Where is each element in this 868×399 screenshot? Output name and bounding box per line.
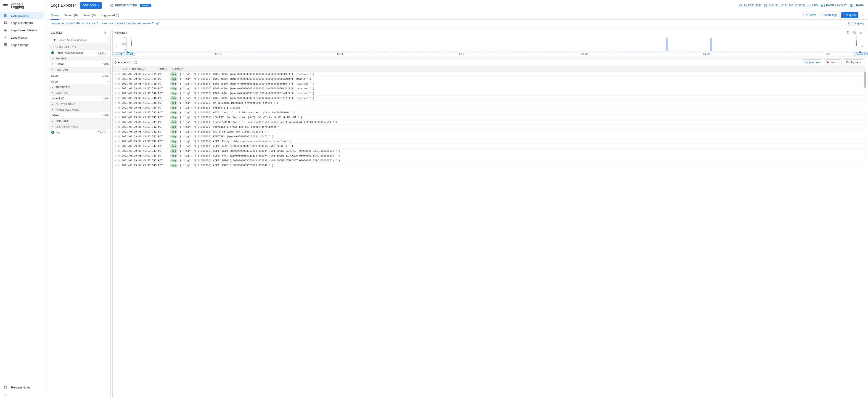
expand-row-icon[interactable] (114, 125, 118, 128)
log-row[interactable]: 2021-06-29 08:45:57.740 PDTlog{ "log": "… (113, 96, 866, 100)
expand-row-icon[interactable] (114, 145, 118, 147)
expand-query-button[interactable] (860, 12, 866, 19)
log-row[interactable]: 2021-06-29 08:45:57.742 PDTlog{ "log": "… (113, 139, 866, 144)
refine-scope-button[interactable]: REFINE SCOPE (110, 3, 137, 7)
lf-section-namespace-name[interactable]: NAMESPACE NAME (49, 107, 110, 113)
log-badge[interactable]: log (170, 92, 178, 95)
histogram-bar[interactable] (710, 38, 712, 51)
log-row[interactable]: 2021-06-29 08:45:57.742 PDTlog{ "log": "… (113, 144, 866, 149)
log-badge[interactable]: log (170, 101, 178, 105)
lf-row[interactable]: Kubernetes ContainerClear (49, 50, 110, 56)
log-badge[interactable]: log (170, 130, 178, 133)
expand-row-icon[interactable] (114, 159, 118, 162)
range-start-pill[interactable]: Jun 24, 11:00 AM (113, 53, 135, 56)
expand-row-icon[interactable] (114, 78, 118, 80)
scrollbar[interactable] (864, 72, 866, 88)
log-row[interactable]: 2021-06-29 08:45:57.739 PDTlog{ "log": "… (113, 81, 866, 86)
expand-row-icon[interactable] (114, 101, 118, 104)
col-summary[interactable]: SUMMARY (172, 68, 184, 70)
clear-field-chip[interactable]: Clear (96, 130, 108, 134)
log-fields-search-input[interactable] (58, 39, 106, 42)
log-badge[interactable]: log (170, 154, 178, 157)
page-layout-button[interactable]: PAGE LAYOUT (821, 4, 847, 7)
save-query-button[interactable]: Save (803, 12, 819, 18)
expand-row-icon[interactable] (114, 116, 118, 119)
log-row[interactable]: 2021-06-29 08:45:57.743 PDTlog{ "log": "… (113, 153, 866, 158)
log-badge[interactable]: log (170, 77, 178, 81)
log-badge[interactable]: log (170, 149, 178, 153)
log-badge[interactable]: log (170, 164, 178, 167)
log-badge[interactable]: log (170, 96, 178, 100)
timezone-selector[interactable]: PDT (159, 68, 167, 70)
histogram-bar[interactable] (666, 38, 668, 51)
log-badge[interactable]: log (170, 125, 178, 129)
zoom-out-button[interactable] (851, 29, 858, 36)
lf-section-location[interactable]: LOCATION (49, 90, 110, 95)
lf-section-log-name[interactable]: LOG NAME (49, 67, 110, 73)
lf-row[interactable]: default1,826 (49, 113, 110, 118)
log-badge[interactable]: log (170, 135, 178, 138)
log-row[interactable]: 2021-06-29 08:45:57.742 PDTlog{ "log": "… (113, 134, 866, 139)
sidebar-item-logs-storage[interactable]: Logs Storage (0, 41, 47, 49)
query-tab-query[interactable]: Query (51, 11, 59, 20)
release-notes-link[interactable]: Release Notes (0, 384, 47, 391)
expand-row-icon[interactable] (114, 140, 118, 143)
log-row[interactable]: 2021-06-29 08:45:57.740 PDTlog{ "log": "… (113, 100, 866, 105)
time-range-button[interactable]: 6/24/21, 12:41 PM - 6/30/21, 1:41 PM (764, 4, 818, 7)
expand-row-icon[interactable] (114, 97, 118, 99)
log-badge[interactable]: log (170, 116, 178, 119)
query-editor[interactable]: resource.type="k8s_container" resource.l… (47, 20, 868, 27)
expand-row-icon[interactable] (114, 135, 118, 138)
clear-field-chip[interactable]: Clear (96, 51, 108, 55)
log-row[interactable]: 2021-06-29 08:45:57.741 PDTlog{ "log": "… (113, 115, 866, 120)
expand-row-icon[interactable] (114, 111, 118, 114)
log-row[interactable]: 2021-06-29 08:45:57.742 PDTlog{ "log": "… (113, 129, 866, 134)
expand-row-icon[interactable] (114, 106, 118, 109)
log-row[interactable]: 2021-06-29 08:45:57.740 PDTlog{ "log": "… (113, 86, 866, 91)
lf-row[interactable]: stderr4 (49, 79, 110, 85)
range-end-pill[interactable]: Jun 30, 2:00 PM (854, 53, 868, 56)
expand-row-icon[interactable] (114, 130, 118, 133)
log-badge[interactable]: log (170, 106, 178, 110)
log-badge[interactable]: log (170, 111, 178, 114)
lf-row[interactable]: Default1,826 (49, 61, 110, 67)
lf-row[interactable]: logClear (49, 129, 110, 135)
scope-pill[interactable]: Project (140, 4, 151, 7)
close-log-fields-button[interactable] (102, 29, 108, 36)
expand-row-icon[interactable] (114, 121, 118, 123)
lf-section-project-id[interactable]: PROJECT ID (49, 85, 110, 90)
lf-section-cluster-name[interactable]: CLUSTER NAME (49, 101, 110, 107)
actions-button[interactable]: Actions (824, 59, 842, 65)
log-badge[interactable]: log (170, 82, 178, 86)
options-button[interactable]: OPTIONS (80, 2, 102, 9)
log-row[interactable]: 2021-06-29 08:45:57.741 PDTlog{ "log": "… (113, 110, 866, 115)
stream-logs-button[interactable]: Stream logs (820, 12, 840, 18)
lf-row[interactable]: us-central11,826 (49, 95, 110, 101)
col-severity[interactable]: SEVERITY (122, 68, 132, 70)
log-badge[interactable]: log (170, 72, 178, 76)
fullscreen-results-button[interactable] (132, 59, 139, 66)
lf-row[interactable]: stdout1,822 (49, 73, 110, 79)
edit-query-button[interactable]: Edit query (846, 21, 866, 26)
log-row[interactable]: 2021-06-29 08:45:57.741 PDTlog{ "log": "… (113, 120, 866, 125)
log-badge[interactable]: log (170, 159, 178, 162)
log-row[interactable]: 2021-06-29 08:45:57.743 PDTlog{ "log": "… (113, 158, 866, 163)
log-badge[interactable]: log (170, 120, 178, 124)
run-query-button[interactable]: Run query (841, 12, 859, 18)
lf-section-resource-type[interactable]: RESOURCE TYPE (49, 44, 110, 50)
expand-row-icon[interactable] (114, 73, 118, 75)
col-timestamp[interactable]: TIMESTAMP (132, 68, 145, 70)
expand-row-icon[interactable] (114, 87, 118, 90)
expand-row-icon[interactable] (114, 164, 118, 166)
learn-button[interactable]: LEARN (849, 4, 864, 7)
log-badge[interactable]: log (170, 87, 178, 90)
log-badge[interactable]: log (170, 140, 178, 143)
sidebar-item-logs-explorer[interactable]: Logs Explorer (0, 12, 44, 19)
configure-button[interactable]: Configure (843, 59, 864, 65)
log-row[interactable]: 2021-06-29 08:45:57.739 PDTlog{ "log": "… (113, 72, 866, 76)
close-histogram-button[interactable] (858, 29, 864, 36)
histogram-chart[interactable]: 1K5000 Jun 24, 11:00 AM J (119, 36, 860, 56)
query-tab-recent[interactable]: Recent (6) (64, 11, 78, 20)
log-row[interactable]: 2021-06-29 08:45:57.742 PDTlog{ "log": "… (113, 125, 866, 129)
sidebar-item-logs-dashboard[interactable]: Logs Dashboard (0, 19, 47, 27)
